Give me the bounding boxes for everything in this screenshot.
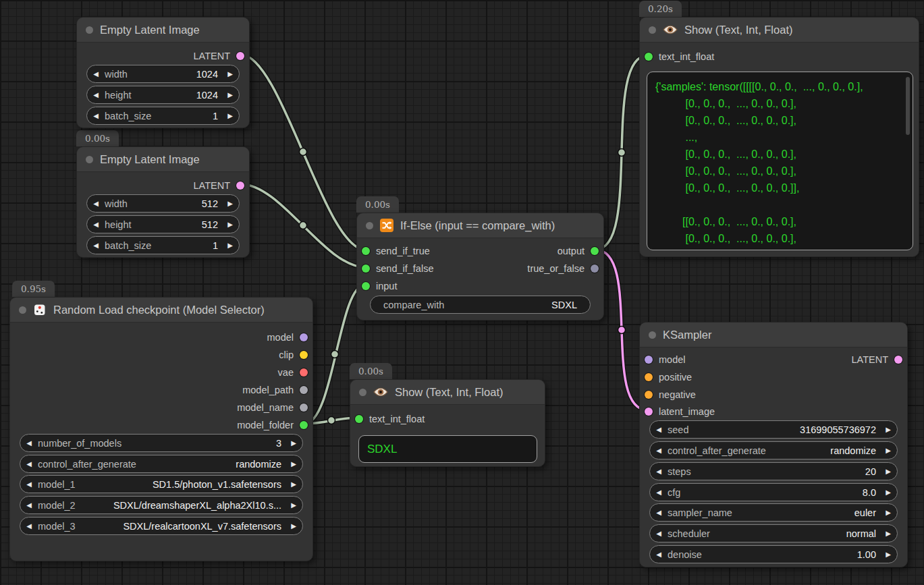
collapse-dot[interactable] (19, 306, 26, 314)
model-output-dot[interactable] (300, 333, 308, 341)
decrement-arrow-icon[interactable]: ◀ (650, 484, 668, 501)
increment-arrow-icon[interactable]: ▶ (285, 497, 302, 513)
model-folder-output-dot[interactable] (300, 421, 308, 429)
compare-with-widget[interactable]: compare_with SDXL (370, 296, 591, 314)
decrement-arrow-icon[interactable]: ◀ (87, 65, 105, 82)
decrement-arrow-icon[interactable]: ◀ (87, 237, 105, 254)
increment-arrow-icon[interactable]: ▶ (879, 421, 897, 438)
decrement-arrow-icon[interactable]: ◀ (87, 86, 105, 103)
node-ksampler[interactable]: KSampler model positive negative latent_… (639, 322, 908, 567)
control-after-generate-widget[interactable]: ◀ control_after_generate randomize ▶ (649, 441, 898, 459)
decrement-arrow-icon[interactable]: ◀ (650, 504, 668, 521)
scrollbar-thumb[interactable] (906, 77, 910, 135)
node-title-bar[interactable]: KSampler (640, 323, 907, 347)
clip-output-dot[interactable] (300, 351, 308, 359)
decrement-arrow-icon[interactable]: ◀ (87, 107, 105, 124)
increment-arrow-icon[interactable]: ▶ (221, 216, 239, 233)
model-3-widget[interactable]: ◀ model_3 SDXL/realcartoonXL_v7.safetens… (20, 517, 303, 535)
node-random-load-checkpoint[interactable]: Random Load checkpoint (Model Selector) … (9, 297, 313, 561)
denoise-widget[interactable]: ◀ denoise 1.00 ▶ (649, 545, 898, 563)
cfg-widget[interactable]: ◀ cfg 8.0 ▶ (649, 483, 898, 501)
seed-widget[interactable]: ◀ seed 31699055736972 ▶ (649, 420, 898, 439)
model-path-output-dot[interactable] (300, 386, 308, 394)
node-show-tensor[interactable]: Show (Text, Int, Float) text_int_float {… (639, 17, 919, 257)
collapse-dot[interactable] (86, 156, 93, 163)
decrement-arrow-icon[interactable]: ◀ (87, 216, 105, 233)
collapse-dot[interactable] (649, 26, 656, 34)
decrement-arrow-icon[interactable]: ◀ (650, 421, 668, 438)
model-2-widget[interactable]: ◀ model_2 SDXL/dreamshaperXL_alpha2Xl10.… (20, 496, 303, 514)
text-display-box[interactable]: {'samples': tensor([[[[0., 0., 0., ..., … (647, 72, 913, 250)
increment-arrow-icon[interactable]: ▶ (221, 195, 239, 212)
vae-output-dot[interactable] (300, 368, 308, 377)
node-empty-latent-image-2[interactable]: Empty Latent Image LATENT ◀ width 512 ▶ … (76, 146, 250, 258)
collapse-dot[interactable] (86, 26, 93, 34)
link-midpoint-dot[interactable] (331, 351, 339, 358)
node-title-bar[interactable]: Empty Latent Image (77, 147, 249, 172)
node-title-bar[interactable]: If-Else (input == compare_with) (357, 213, 603, 238)
increment-arrow-icon[interactable]: ▶ (285, 455, 302, 472)
decrement-arrow-icon[interactable]: ◀ (650, 463, 668, 480)
node-title-bar[interactable]: Show (Text, Int, Float) (640, 18, 919, 43)
increment-arrow-icon[interactable]: ▶ (221, 237, 239, 254)
increment-arrow-icon[interactable]: ▶ (285, 476, 302, 493)
increment-arrow-icon[interactable]: ▶ (285, 435, 302, 451)
increment-arrow-icon[interactable]: ▶ (221, 65, 239, 82)
decrement-arrow-icon[interactable]: ◀ (650, 525, 668, 542)
increment-arrow-icon[interactable]: ▶ (879, 442, 897, 459)
link-midpoint-dot[interactable] (300, 148, 307, 156)
latent-image-input-dot[interactable] (645, 408, 653, 416)
decrement-arrow-icon[interactable]: ◀ (650, 442, 668, 459)
negative-input-dot[interactable] (645, 391, 653, 399)
graph-canvas[interactable]: 0.00s 0.95s 0.00s 0.20s 0.00s Empty Late… (0, 0, 924, 585)
height-widget[interactable]: ◀ height 512 ▶ (86, 215, 240, 233)
decrement-arrow-icon[interactable]: ◀ (20, 518, 38, 534)
node-if-else[interactable]: If-Else (input == compare_with) send_if_… (356, 213, 604, 321)
batch-size-widget[interactable]: ◀ batch_size 1 ▶ (86, 236, 240, 254)
send-if-false-input-dot[interactable] (362, 264, 370, 273)
input-input-dot[interactable] (362, 282, 370, 290)
batch-size-widget[interactable]: ◀ batch_size 1 ▶ (86, 107, 240, 125)
node-title-bar[interactable]: Random Load checkpoint (Model Selector) (10, 298, 312, 323)
collapse-dot[interactable] (366, 222, 373, 229)
increment-arrow-icon[interactable]: ▶ (879, 525, 897, 542)
increment-arrow-icon[interactable]: ▶ (879, 463, 897, 480)
decrement-arrow-icon[interactable]: ◀ (20, 497, 38, 513)
decrement-arrow-icon[interactable]: ◀ (20, 455, 38, 472)
latent-output-dot[interactable] (894, 356, 902, 364)
node-title-bar[interactable]: Empty Latent Image (77, 18, 249, 43)
decrement-arrow-icon[interactable]: ◀ (20, 435, 38, 451)
link-midpoint-dot[interactable] (328, 417, 335, 424)
model-input-dot[interactable] (645, 356, 653, 364)
decrement-arrow-icon[interactable]: ◀ (87, 195, 105, 212)
node-empty-latent-image-1[interactable]: Empty Latent Image LATENT ◀ width 1024 ▶… (76, 17, 250, 128)
link-midpoint-dot[interactable] (618, 149, 626, 157)
send-if-true-input-dot[interactable] (362, 247, 370, 255)
node-show-sdxl[interactable]: Show (Text, Int, Float) text_int_float S… (350, 379, 545, 467)
latent-output-dot[interactable] (236, 52, 244, 60)
link-midpoint-dot[interactable] (618, 327, 626, 334)
collapse-dot[interactable] (359, 389, 366, 396)
latent-output-dot[interactable] (236, 182, 244, 190)
model-1-widget[interactable]: ◀ model_1 SD1.5/photon_v1.safetensors ▶ (20, 475, 303, 493)
steps-widget[interactable]: ◀ steps 20 ▶ (649, 462, 898, 480)
increment-arrow-icon[interactable]: ▶ (285, 518, 302, 534)
true-or-false-output-dot[interactable] (591, 264, 599, 273)
control-after-generate-widget[interactable]: ◀ control_after_generate randomize ▶ (20, 455, 303, 473)
collapse-dot[interactable] (649, 331, 656, 339)
height-widget[interactable]: ◀ height 1024 ▶ (86, 86, 240, 104)
scheduler-widget[interactable]: ◀ scheduler normal ▶ (649, 524, 898, 542)
model-name-output-dot[interactable] (300, 403, 308, 412)
number-of-models-widget[interactable]: ◀ number_of_models 3 ▶ (20, 434, 303, 452)
text-display-box[interactable]: SDXL (358, 435, 537, 463)
increment-arrow-icon[interactable]: ▶ (221, 86, 239, 103)
sampler-name-widget[interactable]: ◀ sampler_name euler ▶ (649, 503, 898, 522)
increment-arrow-icon[interactable]: ▶ (879, 504, 897, 521)
text-int-float-input-dot[interactable] (645, 53, 653, 61)
decrement-arrow-icon[interactable]: ◀ (650, 546, 668, 563)
decrement-arrow-icon[interactable]: ◀ (20, 476, 38, 493)
text-int-float-input-dot[interactable] (355, 415, 363, 423)
width-widget[interactable]: ◀ width 1024 ▶ (86, 65, 240, 83)
output-output-dot[interactable] (591, 247, 599, 255)
node-title-bar[interactable]: Show (Text, Int, Float) (350, 380, 545, 405)
